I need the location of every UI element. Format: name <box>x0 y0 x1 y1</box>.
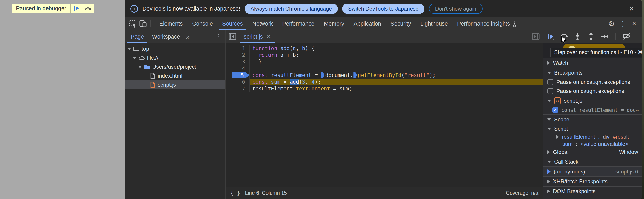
scope-var-resultelement[interactable]: resultElement: div#result <box>543 133 642 140</box>
pause-uncaught-label: Pause on uncaught exceptions <box>556 79 630 85</box>
overlay-step-over-button[interactable] <box>82 4 94 13</box>
pause-caught-row[interactable]: Pause on caught exceptions <box>543 87 642 96</box>
tab-memory[interactable]: Memory <box>319 17 349 30</box>
more-tabs-chevron-icon[interactable]: » <box>184 30 192 43</box>
breakpoint-file-group[interactable]: ‹› script.js <box>543 96 642 105</box>
var-name: sum <box>562 141 572 147</box>
settings-gear-icon[interactable]: ⚙ <box>607 19 616 29</box>
global-label: Global <box>553 149 568 155</box>
token-def: sum <box>271 79 280 85</box>
resume-icon <box>73 5 80 12</box>
breakpoints-title: Breakpoints <box>554 70 583 76</box>
inline-breakpoint-marker-icon[interactable] <box>354 72 357 78</box>
step-into-icon <box>574 32 582 41</box>
line-number-gutter[interactable]: 6 <box>226 78 250 85</box>
toggle-device-toolbar-button[interactable] <box>138 19 148 29</box>
breakpoint-badge[interactable]: 5 <box>232 72 249 78</box>
inspect-element-button[interactable] <box>128 19 138 29</box>
tab-security[interactable]: Security <box>386 17 416 30</box>
current-frame-arrow-icon <box>548 169 550 174</box>
tab-elements[interactable]: Elements <box>154 17 188 30</box>
chevron-down-icon <box>548 128 551 130</box>
switch-devtools-japanese-button[interactable]: Switch DevTools to Japanese <box>342 3 424 14</box>
token-kw: return <box>259 52 277 58</box>
navigator-pane: Page Workspace » ⋮ topfile://Users/user/… <box>125 30 226 199</box>
step-button[interactable] <box>600 32 610 41</box>
tab-workspace[interactable]: Workspace <box>148 30 184 43</box>
tab-application[interactable]: Application <box>349 17 386 30</box>
tree-item-file-[interactable]: file:// <box>125 53 226 62</box>
tree-item-users-user-project[interactable]: Users/user/project <box>125 62 226 71</box>
var-name: resultElement <box>562 134 595 140</box>
section-xhr-breakpoints[interactable]: XHR/fetch Breakpoints <box>543 176 642 186</box>
line-number-gutter[interactable]: 1 <box>226 45 250 52</box>
var-separator: : <box>598 134 600 140</box>
deactivate-breakpoints-button[interactable] <box>622 32 632 41</box>
scope-title: Scope <box>554 116 570 123</box>
code-line-2: 2 return a + b; <box>226 52 543 58</box>
line-number-gutter[interactable]: 5 <box>226 72 250 78</box>
tab-lighthouse[interactable]: Lighthouse <box>416 17 452 30</box>
code-editor[interactable]: 1function add(a, b) {2 return a + b;3 }4… <box>226 43 543 187</box>
line-number-gutter[interactable]: 2 <box>226 52 250 58</box>
token-pl: ) { <box>305 45 314 51</box>
tree-expand-caret-icon[interactable] <box>127 47 131 50</box>
tree-item-label: Users/user/project <box>152 64 196 70</box>
editor-tabstrip: script.js ✕ <box>226 30 543 43</box>
always-match-language-button[interactable]: Always match Chrome's language <box>245 3 338 14</box>
tree-expand-caret-icon[interactable] <box>138 65 142 68</box>
tab-performance-insights[interactable]: Performance insights <box>452 17 523 30</box>
inline-breakpoint-marker-icon[interactable] <box>321 72 324 78</box>
frame-name: (anonymous) <box>554 169 585 175</box>
section-watch[interactable]: Watch <box>543 58 642 68</box>
tab-page[interactable]: Page <box>127 30 148 43</box>
section-scope[interactable]: Scope <box>543 114 642 124</box>
hide-navigator-button[interactable] <box>226 30 239 43</box>
more-options-kebab-icon[interactable]: ⋮ <box>618 19 628 29</box>
breakpoint-checkbox[interactable]: ✓ <box>552 107 558 113</box>
line-number-gutter[interactable]: 3 <box>226 58 250 65</box>
step-into-button[interactable] <box>572 32 582 41</box>
overlay-resume-button[interactable] <box>70 4 82 13</box>
scope-global-group[interactable]: Global Window <box>543 148 642 157</box>
file-tab-close-icon[interactable]: ✕ <box>266 33 271 40</box>
pause-caught-checkbox[interactable] <box>548 88 553 94</box>
pause-uncaught-checkbox[interactable] <box>548 79 553 85</box>
line-number-gutter[interactable]: 7 <box>226 85 250 92</box>
step-over-icon <box>84 5 92 12</box>
debugger-sidebar: Step over next function call - F10 - ⌘ '… <box>543 30 642 199</box>
file-html-icon <box>149 72 156 79</box>
section-dom-breakpoints[interactable]: DOM Breakpoints <box>543 186 642 196</box>
scope-group-label: Script <box>554 126 568 132</box>
pause-uncaught-row[interactable]: Pause on uncaught exceptions <box>543 78 642 87</box>
section-call-stack[interactable]: Call Stack <box>543 157 642 167</box>
tree-expand-caret-icon[interactable] <box>132 56 136 59</box>
infobar-close-icon[interactable]: ✕ <box>627 4 637 13</box>
tab-network[interactable]: Network <box>248 17 278 30</box>
file-tab-scriptjs[interactable]: script.js ✕ <box>239 30 276 43</box>
token-def: resultElement <box>271 72 312 78</box>
call-stack-frame[interactable]: (anonymous) script.js:6 <box>543 167 642 176</box>
token-pl: = <box>280 79 290 85</box>
tree-item-index-html[interactable]: index.html <box>125 71 226 80</box>
section-breakpoints[interactable]: Breakpoints <box>543 68 642 78</box>
scope-script-group[interactable]: Script <box>543 124 642 133</box>
navigator-kebab-icon[interactable]: ⋮ <box>214 30 226 43</box>
token-def: b <box>302 45 305 51</box>
devtools-close-icon[interactable]: ✕ <box>629 19 639 29</box>
token-pl: ( <box>401 72 404 78</box>
toolbar-right: ⚙ ⋮ ✕ <box>607 19 639 29</box>
line-number-gutter[interactable]: 4 <box>226 65 250 72</box>
tab-sources[interactable]: Sources <box>218 17 248 30</box>
tree-item-top[interactable]: top <box>125 44 226 53</box>
breakpoint-entry[interactable]: ✓ const resultElement = doc⋯ 5 <box>543 105 642 114</box>
pretty-print-icon[interactable]: { } <box>230 190 240 196</box>
tab-performance[interactable]: Performance <box>278 17 319 30</box>
resume-script-button[interactable] <box>546 32 556 41</box>
dont-show-again-button[interactable]: Don't show again <box>429 3 483 14</box>
file-tab-label: script.js <box>244 33 263 40</box>
step-out-button[interactable] <box>586 32 596 41</box>
show-debugger-button[interactable] <box>532 30 543 43</box>
tab-console[interactable]: Console <box>188 17 218 30</box>
tree-item-script-js[interactable]: script.js <box>125 80 226 89</box>
